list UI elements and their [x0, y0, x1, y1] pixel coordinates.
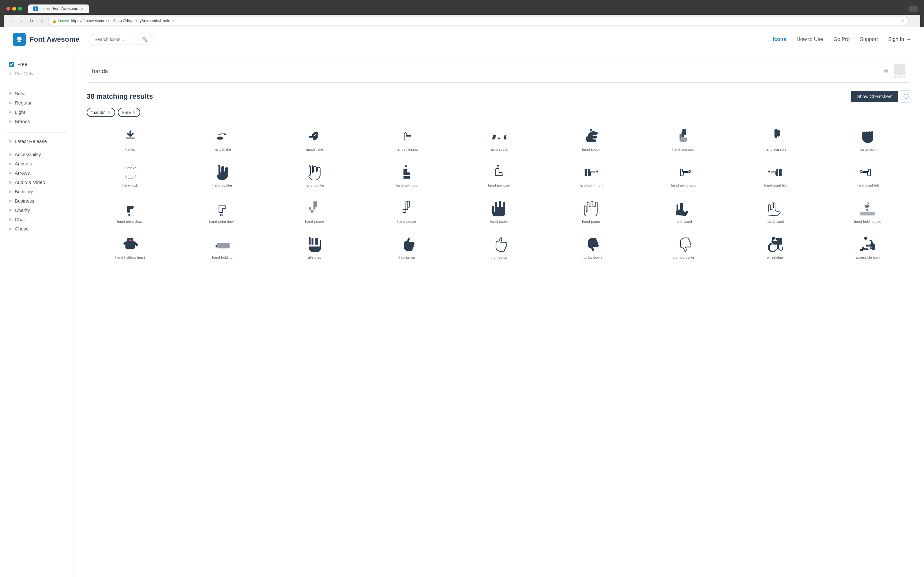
icon-cell-hand-pointer-2[interactable]: hand-pointer: [271, 161, 358, 191]
sidebar-item-chat[interactable]: Chat: [6, 215, 67, 224]
browser-tab[interactable]: f Icons | Font Awesome ✕: [28, 5, 89, 13]
icon-cell-hand-peace-2[interactable]: hand-peace: [363, 197, 450, 227]
hand-point-left-icon-2: [860, 164, 875, 181]
sidebar-item-arrows[interactable]: Arrows: [6, 168, 67, 177]
icon-cell-hand-point-down-2[interactable]: hand-point-down: [179, 197, 266, 227]
hands-helping-icon: [399, 129, 415, 145]
content-search-input[interactable]: [92, 68, 884, 75]
menu-icon[interactable]: ⋮: [911, 17, 917, 24]
bookmark-icon[interactable]: ☆: [900, 18, 905, 23]
algolia-text: by algolia: [893, 75, 906, 79]
sidebar-item-audio-video[interactable]: Audio & Video: [6, 177, 67, 187]
icon-cell-hand-point-left-1[interactable]: hand-point-left: [732, 161, 819, 191]
handshake-icon-2-label: handshake: [306, 147, 323, 152]
minimize-window-button[interactable]: [12, 7, 16, 11]
icon-cell-hands-helping[interactable]: hands-helping: [363, 125, 450, 155]
content-search-box[interactable]: ⊗ by algolia: [87, 60, 911, 83]
sign-in-button[interactable]: Sign In →: [888, 37, 911, 42]
icon-cell-hand-spock-2[interactable]: hand-spock: [548, 125, 635, 155]
pro-dot: [9, 73, 11, 75]
nav-go-pro[interactable]: Go Pro: [833, 37, 850, 42]
home-button[interactable]: ⌂: [38, 17, 45, 25]
sidebar-item-business[interactable]: Business: [6, 196, 67, 205]
sidebar-item-animals[interactable]: Animals: [6, 159, 67, 168]
search-clear-button[interactable]: ⊗: [884, 68, 888, 75]
icon-cell-hand-holding[interactable]: hand-holding: [179, 233, 266, 263]
hand-rock-icon: [860, 129, 875, 145]
cheatsheet-info-button[interactable]: ⓘ: [901, 90, 911, 103]
icon-cell-hand-paper-1[interactable]: hand-paper: [455, 197, 542, 227]
icon-cell-hand-scissors-2[interactable]: hand-scissors: [732, 125, 819, 155]
icon-cell-thumbs-down-1[interactable]: thumbs-down: [548, 233, 635, 263]
sidebar-item-brands[interactable]: Brands: [6, 117, 67, 126]
sidebar-item-charity[interactable]: Charity: [6, 205, 67, 215]
sidebar-item-light[interactable]: Light: [6, 107, 67, 117]
icon-cell-wheelchair[interactable]: wheelchair: [732, 233, 819, 263]
hand-spock-icon-1-label: hand-spock: [490, 147, 508, 152]
refresh-button[interactable]: ↻: [27, 17, 35, 25]
icon-cell-hand-paper-2[interactable]: hand-paper: [548, 197, 635, 227]
business-dot: [9, 200, 11, 202]
secure-badge: 🔒 Secure: [52, 19, 69, 23]
sidebar-item-accessibility[interactable]: Accessibility: [6, 150, 67, 159]
sidebar-item-pro-only[interactable]: Pro Only: [6, 69, 67, 78]
icon-cell-hand-lizard-1[interactable]: hand-lizard: [640, 197, 727, 227]
sidebar-item-free[interactable]: Free: [6, 60, 67, 69]
icon-cell-handshake-2[interactable]: handshake: [271, 125, 358, 155]
address-bar[interactable]: 🔒 Secure https://fontawesome.com/icons?d…: [48, 17, 909, 25]
icon-cell-hand-lizard-2[interactable]: hand-lizard: [732, 197, 819, 227]
icon-cell-hand-point-left-2[interactable]: hand-point-left: [824, 161, 911, 191]
filter-tag-hands-label: "hands": [91, 110, 105, 115]
close-window-button[interactable]: [6, 7, 10, 11]
icon-cell-hand-peace-1[interactable]: hand-peace: [271, 197, 358, 227]
sidebar-item-chess[interactable]: Chess: [6, 224, 67, 234]
icon-cell-hands[interactable]: hands: [87, 125, 174, 155]
hand-pointer-icon-2-label: hand-pointer: [304, 183, 325, 187]
icon-cell-hand-point-right-1[interactable]: hand-point-right: [548, 161, 635, 191]
icon-cell-thumbs-up-2[interactable]: thumbs-up: [455, 233, 542, 263]
icon-cell-hand-spock-1[interactable]: hand-spock: [455, 125, 542, 155]
filter-tag-hands-remove[interactable]: ✕: [107, 110, 111, 115]
icon-cell-hand-rock-2[interactable]: hand-rock: [87, 161, 174, 191]
sidebar-item-regular[interactable]: Regular: [6, 98, 67, 107]
nav-support[interactable]: Support: [860, 37, 878, 42]
icon-cell-thumbs-up-1[interactable]: thumbs-up: [363, 233, 450, 263]
icon-cell-hand-scissors-1[interactable]: hand-scissors: [640, 125, 727, 155]
tab-close-button[interactable]: ✕: [81, 7, 84, 11]
sidebar-item-latest[interactable]: Latest Release: [6, 137, 67, 146]
icon-cell-hand-holding-heart[interactable]: hand-holding-heart: [87, 233, 174, 263]
sidebar-item-solid[interactable]: Solid: [6, 89, 67, 98]
maximize-window-button[interactable]: [18, 7, 22, 11]
filter-tag-free-remove[interactable]: ✕: [132, 110, 136, 115]
header-search-bar[interactable]: 🔍: [89, 34, 153, 45]
filter-tag-free[interactable]: Free ✕: [118, 108, 141, 117]
header-search-input[interactable]: [94, 37, 140, 42]
icon-cell-hand-point-right-2[interactable]: hand-point-right: [640, 161, 727, 191]
icon-cell-thumbs-down-2[interactable]: thumbs-down: [640, 233, 727, 263]
results-header: 38 matching results Show Cheatsheet ⓘ: [87, 90, 911, 103]
icon-cell-hand-rock[interactable]: hand-rock: [824, 125, 911, 155]
browser-titlebar: f Icons | Font Awesome ✕: [4, 3, 920, 15]
icon-cell-allergies[interactable]: allergies: [271, 233, 358, 263]
icon-cell-handshake-1[interactable]: handshake: [179, 125, 266, 155]
spacer: [6, 146, 67, 150]
icon-cell-hand-point-up-2[interactable]: hand-point-up: [455, 161, 542, 191]
forward-button[interactable]: ›: [17, 17, 25, 25]
sidebar-item-buildings[interactable]: Buildings: [6, 187, 67, 196]
free-checkbox[interactable]: [9, 62, 14, 67]
filter-tag-hands[interactable]: "hands" ✕: [87, 108, 115, 117]
back-button[interactable]: ‹: [7, 17, 15, 25]
algolia-icon: [894, 64, 905, 75]
show-cheatsheet-button[interactable]: Show Cheatsheet: [851, 91, 898, 102]
icon-cell-hand-point-up-1[interactable]: hand-point-up: [363, 161, 450, 191]
thumbs-up-icon-2-label: thumbs-up: [491, 255, 507, 259]
nav-icons[interactable]: Icons: [773, 37, 787, 42]
icon-cell-hand-holding-usd[interactable]: hand-holding-usd: [824, 197, 911, 227]
icon-cell-hand-pointer-1[interactable]: hand-pointer: [179, 161, 266, 191]
window-control-icon: [909, 6, 918, 11]
hand-point-left-icon-1: [768, 164, 783, 181]
nav-how-to-use[interactable]: How to Use: [796, 37, 823, 42]
hand-pointer-icon-1: [215, 164, 230, 181]
icon-cell-accessible-icon[interactable]: accessible-icon: [824, 233, 911, 263]
icon-cell-hand-point-down-1[interactable]: hand-point-down: [87, 197, 174, 227]
